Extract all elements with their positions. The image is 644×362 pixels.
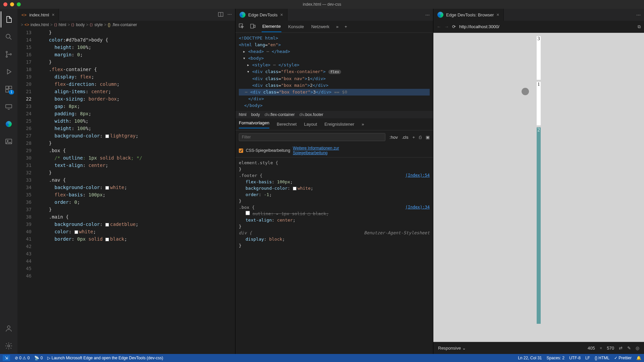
cls-toggle[interactable]: .cls [402,135,409,140]
viewport-height[interactable]: 570 [607,346,614,351]
status-errors[interactable]: ⊘ 0 ⚠ 0 [15,356,30,360]
status-lang[interactable]: {} HTML [595,356,609,360]
split-editor-icon[interactable] [218,12,223,18]
plus-icon[interactable]: + [412,135,415,140]
svg-point-2 [6,56,7,57]
tab-devtools[interactable]: Edge DevTools × [235,9,287,21]
edge-icon [239,12,246,18]
image-icon[interactable] [1,133,17,149]
extensions-badge: 1 [9,90,14,95]
edge-tools-icon[interactable] [1,116,17,132]
dom-breadcrumb[interactable]: html body divdiv.flex-container.flex-con… [235,111,433,118]
browser-viewport[interactable]: 3 1 2 [433,33,644,342]
responsive-bar: Responsive ⌄ 405 × 570 ⇄ ✎ ◎ [433,342,644,354]
reload-icon[interactable]: ⟳ [452,24,456,29]
status-encoding[interactable]: UTF-8 [569,356,581,360]
status-eol[interactable]: LF [585,356,590,360]
mirror-label: CSS-Spiegelbearbeitung [246,148,290,153]
gear-icon[interactable] [1,338,17,354]
devtools-panel: Edge DevTools × ⋯ Elemente Konsole Netzw… [235,9,433,354]
code-editor[interactable]: 1314151617181920212223242526272829303132… [17,29,235,354]
svg-point-9 [7,140,8,141]
external-icon[interactable]: ⧉ [638,24,641,29]
inspect-icon[interactable] [239,23,244,30]
explorer-icon[interactable] [1,11,17,27]
source-control-icon[interactable] [1,46,17,62]
status-port[interactable]: 📡 0 [34,356,43,360]
status-cursor[interactable]: Ln 22, Col 31 [518,356,542,360]
tab-browser[interactable]: Edge DevTools: Browser × [433,9,504,21]
svg-point-0 [6,34,10,38]
chevron-right-icon[interactable]: » [362,122,364,127]
wand-icon[interactable]: ✎ [627,346,631,351]
device-icon[interactable] [250,23,256,30]
svg-rect-5 [9,86,12,89]
chevron-right-icon[interactable]: » [336,24,338,29]
more-icon[interactable]: ⋯ [425,12,430,17]
svg-point-10 [7,326,10,328]
svg-point-1 [6,51,7,53]
svg-rect-14 [251,24,254,28]
forward-icon[interactable]: → [444,24,449,29]
tab-computed[interactable]: Berechnet [277,122,297,127]
chevron-down-icon: ⌄ [462,346,466,351]
editor-group: <> index.html × ⋯ ><>index.html >⟨⟩html … [17,9,235,354]
extensions-icon[interactable]: 1 [1,81,17,97]
activity-bar: 1 [0,9,17,354]
status-spaces[interactable]: Spaces: 2 [547,356,565,360]
svg-rect-15 [254,25,255,27]
tab-layout[interactable]: Layout [304,122,317,127]
styles-tabs: Formatvorlagen Berechnet Layout Ereignis… [235,118,433,130]
tab-styles[interactable]: Formatvorlagen [239,120,269,128]
tab-elements[interactable]: Elemente [262,21,281,32]
close-icon[interactable]: × [280,12,283,17]
responsive-dropdown[interactable]: Responsive ⌄ [438,346,466,351]
account-icon[interactable] [1,320,17,337]
more-icon[interactable]: ⋯ [636,12,641,17]
window-title: index.html — dev-css [303,2,341,7]
box-main: 2 [537,127,541,324]
pin-icon[interactable]: ⎙ [419,135,422,140]
mirror-link[interactable]: Weitere Informationen zur Spiegelbearbei… [293,146,360,155]
close-icon[interactable]: × [496,12,499,17]
edge-icon [437,12,443,18]
plus-icon[interactable]: + [344,24,347,29]
debug-icon[interactable] [1,64,17,80]
close-icon[interactable]: × [52,12,54,17]
remote-icon[interactable] [1,99,17,115]
status-bar: ⇲ ⊘ 0 ⚠ 0 📡 0 ▷ Launch Microsoft Edge an… [0,354,644,362]
rule-checkbox[interactable] [246,211,250,215]
filter-input[interactable] [239,133,385,141]
mirror-checkbox[interactable] [239,148,243,153]
back-icon[interactable]: ← [437,24,441,29]
browser-panel: Edge DevTools: Browser × ⋯ ← → ⟳ http://… [433,9,644,354]
more-icon[interactable]: ⋯ [227,12,232,18]
dom-tree[interactable]: <!DOCTYPE html> <html lang="en"> ▸ <head… [235,33,433,111]
svg-point-11 [8,345,10,347]
target-icon[interactable]: ◎ [636,346,639,351]
tab-network[interactable]: Netzwerk [311,21,330,32]
address-bar: ← → ⟳ http://localhost:3000/ ⧉ [433,21,644,33]
rotate-icon[interactable]: ⇄ [619,346,623,351]
mac-titlebar: index.html — dev-css [0,0,644,9]
url-field[interactable]: http://localhost:3000/ [459,24,634,29]
search-icon[interactable] [1,29,17,45]
svg-rect-6 [6,89,8,92]
viewport-width[interactable]: 405 [588,346,595,351]
traffic-lights[interactable] [3,2,21,6]
svg-point-3 [10,54,11,55]
box-footer: 3 [537,36,541,80]
svg-rect-7 [6,105,12,108]
status-launch[interactable]: ▷ Launch Microsoft Edge and open the Edg… [47,356,163,360]
breadcrumb[interactable]: ><>index.html >⟨⟩html >⟨⟩body >⟨⟩style >… [17,21,235,29]
styles-pane[interactable]: element.style { } .footer {(Index):54 fl… [235,158,433,251]
remote-indicator[interactable]: ⇲ [3,355,10,361]
tab-listeners[interactable]: Ereignislistener [324,122,354,127]
tab-index-html[interactable]: <> index.html × [17,9,59,21]
status-bell-icon[interactable]: 🔔 [636,356,641,360]
status-prettier[interactable]: ✓ Prettier [614,356,632,360]
panel-icon[interactable]: ▣ [426,135,430,140]
tab-console[interactable]: Konsole [287,21,305,32]
devtools-toolbar: Elemente Konsole Netzwerk » + [235,21,433,33]
hov-toggle[interactable]: :hov [389,135,398,140]
